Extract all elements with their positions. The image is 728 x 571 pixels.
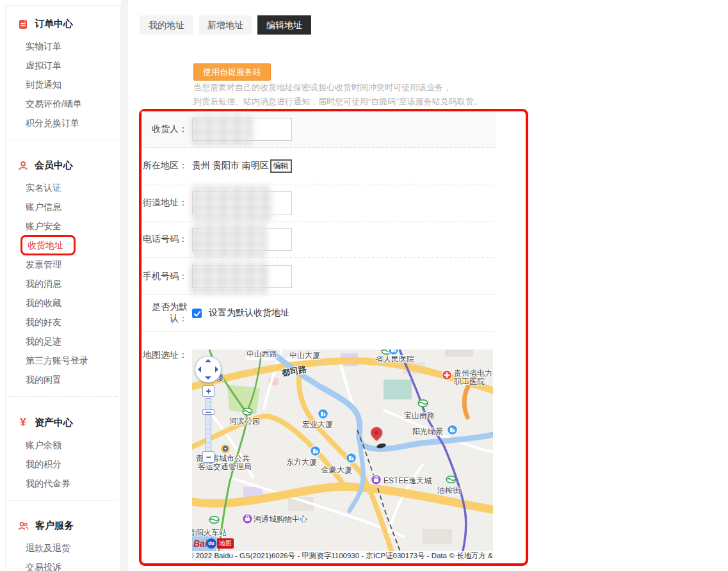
section-title: 订单中心 [35, 18, 73, 30]
map-place-label: ESTEE逸天城 [384, 477, 432, 485]
map-place-label: 中山大厦 [289, 351, 320, 360]
sidebar-item-shipping-address[interactable]: 收货地址 [6, 236, 120, 255]
sidebar-item-trade-complaints[interactable]: 交易投诉 [6, 558, 120, 571]
sidebar-section-asset-center: ¥ 资产中心 [6, 404, 120, 435]
redacted-phone-value [191, 223, 267, 257]
zoom-out-button[interactable]: − [202, 451, 214, 463]
region-label: 所在地区： [142, 160, 188, 172]
metro-icon [209, 516, 220, 524]
region-edit-button[interactable]: 编辑 [270, 159, 292, 173]
zoom-slider-handle[interactable] [202, 409, 214, 415]
shopping-poi-icon [242, 513, 253, 524]
map-place-label: 宏业大厦 [302, 421, 333, 429]
metro-icon [446, 476, 457, 483]
zoom-slider-track[interactable] [206, 398, 211, 452]
sidebar-item-points-orders[interactable]: 积分兑换订单 [6, 113, 120, 133]
baidu-logo-text: Bai [193, 538, 207, 549]
map-row: 地图选址： [142, 332, 496, 563]
map-copyright: © 2022 Baidu - GS(2021)6026号 - 甲测资字11009… [192, 551, 493, 561]
section-title: 资产中心 [35, 417, 73, 429]
tab-edit-address[interactable]: 编辑地址 [257, 15, 311, 35]
default-address-checkbox[interactable] [192, 309, 202, 318]
pickup-description-line2: 到货后短信、站内消息进行通知，届时您可使用“自提码”至该服务站兑码取货。 [193, 95, 482, 109]
map-place-label: 宝山南路 [404, 412, 435, 420]
sidebar-item-refunds-returns[interactable]: 退款及退货 [6, 538, 120, 558]
sidebar-item-third-party-login[interactable]: 第三方账号登录 [6, 351, 120, 370]
sidebar-item-account-info[interactable]: 账户信息 [6, 197, 120, 216]
building-poi-icon [346, 453, 357, 463]
map-place-label: 客运交通管理局 [198, 463, 252, 471]
receiver-row: 收货人： [142, 111, 496, 148]
sidebar-item-my-footprints[interactable]: 我的足迹 [6, 332, 120, 351]
baidu-map[interactable]: 中山西路 中山大厦 省人民医院 都司路 贵州省电力 职工医院 大厦 河滨公园 宏… [192, 350, 493, 561]
sidebar-item-my-vouchers[interactable]: 我的代金券 [6, 474, 120, 493]
pan-down-icon[interactable] [205, 376, 211, 380]
annotation-rectangle: 收货人： 所在地区： 贵州 贵阳市 南明区编辑 街道地址： [139, 109, 528, 566]
region-value: 贵州 贵阳市 南明区 [192, 160, 269, 172]
tab-add-address[interactable]: 新增地址 [198, 15, 252, 35]
receiver-input[interactable] [192, 118, 292, 141]
redacted-street-value [191, 186, 272, 221]
sidebar-divider [8, 140, 118, 140]
sidebar-item-physical-orders[interactable]: 实物订单 [6, 36, 120, 56]
zoom-in-button[interactable]: + [202, 385, 214, 397]
baidu-map-badge: 地图 [217, 538, 234, 549]
hospital-poi-icon [442, 370, 452, 380]
mobile-input[interactable] [192, 265, 292, 288]
sidebar: 订单中心 实物订单 虚拟订单 到货通知 交易评价/晒单 积分兑换订单 会员中心 … [5, 5, 121, 571]
mobile-row: 手机号码： [142, 258, 496, 295]
sidebar-item-my-messages[interactable]: 我的消息 [6, 274, 120, 293]
order-document-icon [18, 19, 28, 29]
metro-icon [417, 399, 428, 407]
building-poi-icon [388, 350, 399, 355]
sidebar-item-arrival-notice[interactable]: 到货通知 [6, 75, 120, 94]
pickup-description: 当您需要对自己的收货地址保密或担心收货时间冲突时可使用该业务， 到货后短信、站内… [193, 81, 482, 109]
sidebar-item-my-points[interactable]: 我的积分 [6, 454, 120, 474]
map-place-label: 贵阳火车站 [192, 529, 227, 537]
street-row: 街道地址： [142, 184, 496, 221]
sidebar-item-account-security[interactable]: 账户安全 [6, 216, 120, 236]
sidebar-item-invoice-management[interactable]: 发票管理 [6, 255, 120, 274]
sidebar-item-my-friends[interactable]: 我的好友 [6, 312, 120, 332]
map-place-label: 河滨公园 [229, 417, 260, 426]
building-poi-icon [318, 408, 328, 419]
street-input[interactable] [192, 191, 292, 214]
street-label: 街道地址： [142, 197, 188, 209]
map-place-label: 金豪大厦 [321, 466, 352, 474]
pickup-description-line1: 当您需要对自己的收货地址保密或担心收货时间冲突时可使用该业务， [193, 81, 482, 95]
pan-right-icon[interactable] [215, 366, 218, 373]
yen-icon: ¥ [18, 416, 28, 429]
annotation-box: 收货地址 [20, 235, 76, 255]
receiver-label: 收货人： [142, 124, 188, 135]
redacted-receiver-value [191, 115, 253, 145]
default-row: 是否为默认： 设置为默认收货地址 [142, 295, 496, 332]
section-title: 客户服务 [35, 520, 74, 532]
sidebar-item-virtual-orders[interactable]: 虚拟订单 [6, 56, 120, 75]
section-title: 会员中心 [35, 159, 73, 172]
building-poi-icon [310, 446, 321, 456]
page: 订单中心 实物订单 虚拟订单 到货通知 交易评价/晒单 积分兑换订单 会员中心 … [0, 0, 728, 571]
phone-input[interactable] [192, 228, 292, 251]
phone-label: 电话号码： [142, 234, 188, 245]
service-people-icon [18, 521, 29, 531]
pan-left-icon[interactable] [198, 366, 201, 373]
sidebar-item-my-idle[interactable]: 我的闲置 [6, 370, 120, 389]
sidebar-item-reviews[interactable]: 交易评价/晒单 [6, 94, 120, 113]
sidebar-divider [8, 500, 118, 501]
tab-my-address[interactable]: 我的地址 [140, 15, 193, 35]
building-poi-icon [447, 424, 458, 435]
sidebar-section-customer-service: 客户服务 [6, 508, 120, 538]
map-pan-control[interactable] [195, 356, 222, 383]
map-place-label: 阳光绿景 [412, 428, 443, 436]
use-pickup-station-button[interactable]: 使用自提服务站 [193, 63, 271, 81]
shopping-poi-icon [371, 474, 382, 485]
region-row: 所在地区： 贵州 贵阳市 南明区编辑 [142, 148, 496, 184]
sidebar-item-realname-auth[interactable]: 实名认证 [6, 178, 120, 197]
sidebar-item-my-favorites[interactable]: 我的收藏 [6, 293, 120, 312]
sidebar-section-member-center: 会员中心 [6, 147, 120, 178]
pan-up-icon[interactable] [205, 359, 211, 362]
sidebar-item-account-balance[interactable]: 账户余额 [6, 435, 120, 454]
address-tabbar: 我的地址 新增地址 编辑地址 [140, 15, 311, 35]
baidu-paw-icon: du [206, 538, 216, 549]
map-label: 地图选址： [142, 350, 188, 361]
